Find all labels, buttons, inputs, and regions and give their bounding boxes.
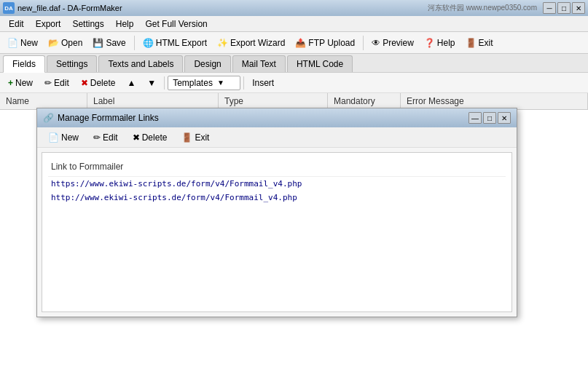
menu-help[interactable]: Help [110,17,140,31]
fields-toolbar: + New ✏ Edit ✖ Delete ▲ ▼ Templates ▼ In… [0,73,588,93]
manage-formmailer-dialog: 🔗 Manage Formmailer Links — □ ✕ 📄 New [36,108,517,317]
save-button[interactable]: 💾 Save [88,36,130,50]
title-text: new_file.daf - DA-FormMaker [17,4,428,12]
exit-button[interactable]: 🚪 Exit [461,36,498,50]
fields-sep-2 [243,76,244,90]
tab-mail-text[interactable]: Mail Text [232,55,286,72]
export-wizard-icon: ✨ [217,38,228,48]
modal-icon: 🔗 [43,113,53,123]
down-icon: ▼ [147,78,156,88]
modal-minimize-btn[interactable]: — [469,112,482,124]
modal-title-bar: 🔗 Manage Formmailer Links — □ ✕ [37,108,517,127]
tab-settings[interactable]: Settings [47,55,97,72]
export-wizard-button[interactable]: ✨ Export Wizard [213,36,289,50]
app-container: DA new_file.daf - DA-FormMaker 河东软件园 www… [0,0,588,385]
open-icon: 📂 [48,38,59,48]
title-bar: DA new_file.daf - DA-FormMaker 河东软件园 www… [0,0,588,16]
tab-texts-labels[interactable]: Texts and Labels [98,55,183,72]
open-button[interactable]: 📂 Open [44,36,87,50]
modal-exit-button[interactable]: 🚪 Exit [175,130,216,145]
watermark-text: 河东软件园 www.newpe0350.com [428,3,537,13]
modal-maximize-btn[interactable]: □ [483,112,496,124]
menu-settings[interactable]: Settings [66,17,109,31]
modal-overlay: 🔗 Manage Formmailer Links — □ ✕ 📄 New [0,93,588,385]
delete-icon: ✖ [81,78,88,88]
exit-icon: 🚪 [466,38,477,48]
new-icon: 📄 [7,38,18,48]
fields-down-button[interactable]: ▼ [142,76,161,90]
ftp-upload-button[interactable]: 📤 FTP Upload [291,36,359,50]
modal-toolbar: 📄 New ✏ Edit ✖ Delete 🚪 Exit [37,127,517,148]
help-button[interactable]: ❓ Help [420,36,460,50]
link-item-0[interactable]: https://www.ekiwi-scripts.de/form/v4/For… [48,177,506,191]
html-export-icon: 🌐 [143,38,154,48]
fields-new-button[interactable]: + New [3,76,38,90]
up-icon: ▲ [127,78,136,88]
modal-edit-button[interactable]: ✏ Edit [87,130,125,145]
app-icon: DA [3,2,15,14]
modal-content: Link to Formmailer https://www.ekiwi-scr… [42,152,512,312]
tab-bar: Fields Settings Texts and Labels Design … [0,54,588,73]
window-controls: ─ □ ✕ [543,2,585,14]
fields-edit-button[interactable]: ✏ Edit [39,76,74,90]
new-button[interactable]: 📄 New [3,36,42,50]
preview-icon: 👁 [372,38,380,48]
modal-exit-icon: 🚪 [181,132,192,143]
tab-fields[interactable]: Fields [3,55,45,73]
menu-bar: Edit Export Settings Help Get Full Versi… [0,16,588,32]
close-btn[interactable]: ✕ [572,2,585,14]
modal-delete-icon: ✖ [133,132,140,143]
insert-button[interactable]: Insert [247,76,279,90]
menu-edit[interactable]: Edit [3,17,30,31]
dropdown-arrow-icon: ▼ [217,79,224,87]
fields-new-icon: + [8,78,13,88]
modal-edit-icon: ✏ [93,132,101,143]
modal-new-button[interactable]: 📄 New [42,130,85,145]
pencil-icon: ✏ [44,78,52,88]
toolbar-sep-1 [134,36,135,50]
save-icon: 💾 [93,38,103,48]
modal-window-controls: — □ ✕ [469,112,511,124]
ftp-upload-icon: 📤 [295,38,306,48]
templates-dropdown[interactable]: Templates ▼ [168,76,240,90]
help-icon: ❓ [424,38,435,48]
main-area: Name Label Type Mandatory Error Message … [0,93,588,385]
modal-new-icon: 📄 [48,132,59,143]
minimize-btn[interactable]: ─ [543,2,556,14]
fields-delete-button[interactable]: ✖ Delete [76,76,121,90]
link-item-1[interactable]: http://www.ekiwi-scripts.de/form/v4/Form… [48,191,506,205]
menu-fullversion[interactable]: Get Full Version [139,17,213,31]
toolbar-sep-2 [363,36,364,50]
fields-up-button[interactable]: ▲ [122,76,141,90]
fields-sep-1 [164,76,165,90]
main-toolbar: 📄 New 📂 Open 💾 Save 🌐 HTML Export ✨ Expo… [0,32,588,54]
html-export-button[interactable]: 🌐 HTML Export [138,36,211,50]
modal-delete-button[interactable]: ✖ Delete [126,130,174,145]
preview-button[interactable]: 👁 Preview [367,36,418,50]
modal-title: Manage Formmailer Links [58,113,469,123]
maximize-btn[interactable]: □ [557,2,571,14]
tab-html-code[interactable]: HTML Code [287,55,353,72]
tab-design[interactable]: Design [184,55,230,72]
modal-close-btn[interactable]: ✕ [498,112,511,124]
menu-export[interactable]: Export [30,17,67,31]
modal-content-header: Link to Formmailer [48,159,506,177]
